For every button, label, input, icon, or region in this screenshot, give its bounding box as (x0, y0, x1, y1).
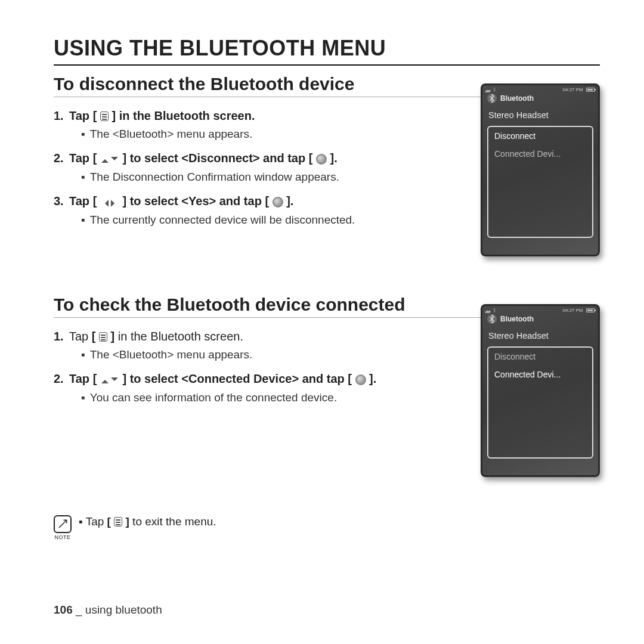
battery-icon (586, 88, 595, 92)
down-icon (111, 157, 118, 164)
signal-icon (485, 88, 492, 92)
note-label: NOTE (54, 534, 72, 540)
device-screen-title: Bluetooth (500, 94, 534, 103)
section: To disconnect the Bluetooth device 1.Tap… (54, 74, 600, 265)
chapter-name: using bluetooth (85, 603, 162, 616)
device-time: 04:27 PM (563, 308, 583, 313)
right-icon (111, 200, 118, 207)
select-icon (355, 374, 366, 385)
note-icon (54, 515, 72, 533)
device-header: Stereo Headset (482, 327, 598, 344)
menu-icon (99, 332, 107, 342)
section: To check the Bluetooth device connected … (54, 295, 600, 485)
left-icon (101, 200, 109, 207)
device-time: 04:27 PM (563, 87, 583, 92)
device-menu-item[interactable]: Disconnect (488, 127, 592, 145)
battery-icon (586, 308, 595, 312)
select-icon (273, 197, 283, 208)
instruction-step: 1.Tap [ ] in the Bluetooth screen. ▪The … (54, 329, 435, 363)
instruction-step: 1.Tap [ ] in the Bluetooth screen. ▪The … (54, 108, 435, 142)
bt-indicator-icon: ᛒ (493, 87, 496, 92)
menu-icon (100, 112, 109, 121)
bluetooth-icon (487, 314, 497, 324)
device-mockup: ᛒ 04:27 PM Bluetooth Stereo Headset Disc… (481, 304, 600, 477)
device-popup: DisconnectConnected Devi... (487, 126, 593, 238)
instruction-step: 3.Tap [ ] to select <Yes> and tap [ ]. ▪… (54, 193, 435, 228)
device-menu-item[interactable]: Disconnect (488, 348, 592, 366)
page-footer: 106 _ using bluetooth (54, 603, 162, 617)
device-mockup: ᛒ 04:27 PM Bluetooth Stereo Headset Disc… (481, 83, 600, 256)
bluetooth-icon (487, 94, 497, 103)
signal-icon (485, 308, 492, 313)
page-number: 106 (54, 603, 73, 616)
select-icon (316, 154, 327, 165)
up-icon (101, 156, 109, 163)
note-text: ▪ Tap [ ] to exit the menu. (79, 515, 216, 528)
page-title: USING THE BLUETOOTH MENU (54, 36, 600, 66)
device-popup: DisconnectConnected Devi... (487, 346, 593, 459)
instruction-step: 2.Tap [ ] to select <Disconnect> and tap… (54, 150, 435, 185)
down-icon (111, 377, 118, 385)
up-icon (101, 376, 109, 383)
instruction-step: 2.Tap [ ] to select <Connected Device> a… (54, 371, 435, 405)
device-header: Stereo Headset (482, 107, 598, 123)
note-row: NOTE ▪ Tap [ ] to exit the menu. (54, 515, 600, 540)
device-menu-item[interactable]: Connected Devi... (488, 145, 592, 163)
device-menu-item[interactable]: Connected Devi... (488, 366, 592, 383)
device-screen-title: Bluetooth (500, 315, 534, 323)
bt-indicator-icon: ᛒ (493, 308, 496, 313)
menu-icon (114, 517, 122, 527)
